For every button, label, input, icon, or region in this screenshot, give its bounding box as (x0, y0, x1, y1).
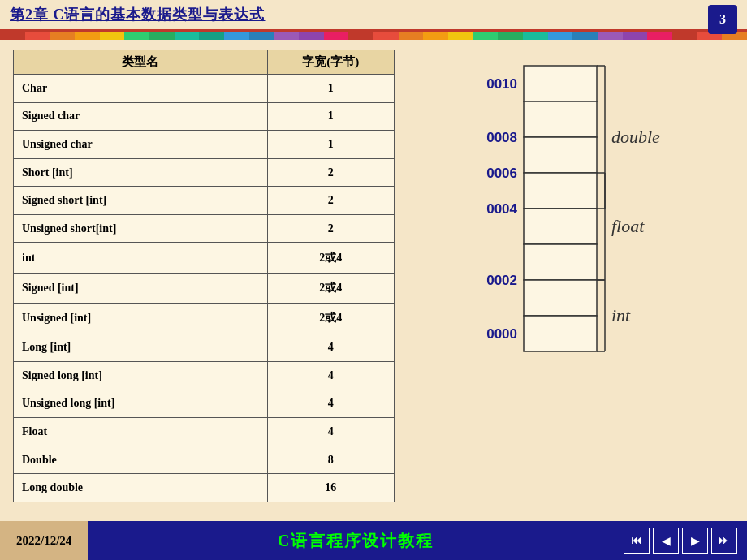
type-width-cell: 4 (267, 334, 394, 362)
bracket-label: float (611, 216, 645, 236)
deco-segment (75, 32, 100, 40)
type-name-cell: Unsigned short[int] (14, 214, 268, 243)
page-title: 第2章 C语言的基本数据类型与表达式 (10, 5, 266, 24)
type-width-cell: 1 (267, 131, 394, 159)
deco-segment (100, 32, 125, 40)
nav-last-button[interactable]: ⏭ (711, 528, 737, 554)
table-row: Float4 (14, 418, 395, 446)
deco-segment (249, 32, 274, 40)
table-row: Long [int]4 (14, 334, 395, 362)
memory-cell (524, 316, 597, 351)
type-name-cell: Signed [int] (14, 273, 268, 303)
deco-segment (548, 32, 573, 40)
deco-segment (149, 32, 175, 40)
data-table: 类型名 字宽(字节) Char1Signed char1Unsigned cha… (13, 50, 395, 502)
memory-cell (524, 66, 597, 101)
deco-segment (299, 32, 324, 40)
table-row: Long double16 (14, 474, 395, 502)
memory-cell (524, 280, 597, 316)
deco-segment (199, 32, 224, 40)
type-name-cell: Signed char (14, 102, 268, 131)
deco-segment (348, 32, 374, 40)
type-width-cell: 2 (267, 214, 394, 243)
deco-segment (374, 32, 399, 40)
table-row: Signed char1 (14, 102, 395, 131)
table-row: Unsigned [int]2或4 (14, 304, 395, 334)
type-width-cell: 2 (267, 158, 394, 187)
footer-date: 2022/12/24 (0, 521, 88, 560)
type-width-cell: 8 (267, 446, 394, 474)
deco-segment (423, 32, 448, 40)
deco-segment (598, 32, 623, 40)
footer-course-title: C语言程序设计教程 (88, 530, 624, 552)
type-width-cell: 16 (267, 474, 394, 502)
type-width-cell: 4 (267, 418, 394, 446)
address-label: 0006 (486, 166, 517, 181)
deco-segment (0, 32, 25, 40)
deco-segment (274, 32, 299, 40)
deco-segment (124, 32, 149, 40)
type-name-cell: Float (14, 418, 268, 446)
footer: 2022/12/24 C语言程序设计教程 ⏮ ◀ ▶ ⏭ (0, 521, 747, 560)
nav-prev-button[interactable]: ◀ (653, 528, 679, 554)
memory-diagram-svg: 001000080006000400020000doublefloatint (467, 58, 678, 480)
table-row: Char1 (14, 75, 395, 103)
type-width-cell: 4 (267, 362, 394, 390)
deco-segment (572, 32, 598, 40)
type-width-cell: 2或4 (267, 273, 394, 303)
table-row: Unsigned long [int]4 (14, 390, 395, 418)
bracket-label: double (611, 127, 660, 147)
table-row: Short [int]2 (14, 158, 395, 187)
type-width-cell: 2或4 (267, 304, 394, 334)
deco-segment (523, 32, 548, 40)
table-row: Unsigned char1 (14, 131, 395, 159)
table-row: Unsigned short[int]2 (14, 214, 395, 243)
deco-segment (672, 32, 697, 40)
deco-segment (647, 32, 672, 40)
table-row: Signed long [int]4 (14, 362, 395, 390)
type-width-cell: 1 (267, 102, 394, 131)
type-width-cell: 2 (267, 187, 394, 215)
deco-segment (623, 32, 648, 40)
deco-segment (448, 32, 473, 40)
type-name-cell: Long double (14, 474, 268, 502)
type-width-cell: 4 (267, 390, 394, 418)
deco-segment (50, 32, 75, 40)
type-name-cell: Unsigned [int] (14, 304, 268, 334)
type-name-cell: Unsigned char (14, 131, 268, 159)
table-row: Double8 (14, 446, 395, 474)
nav-first-button[interactable]: ⏮ (624, 528, 650, 554)
type-width-cell: 1 (267, 75, 394, 103)
type-width-cell: 2或4 (267, 243, 394, 273)
type-name-cell: Char (14, 75, 268, 103)
memory-cell (524, 101, 597, 137)
table-row: Signed short [int]2 (14, 187, 395, 215)
col-header-type: 类型名 (14, 50, 268, 75)
address-label: 0004 (486, 201, 517, 217)
memory-cell (524, 137, 597, 173)
memory-cell (524, 244, 597, 280)
deco-segment (473, 32, 499, 40)
deco-segment (498, 32, 523, 40)
col-header-width: 字宽(字节) (267, 50, 394, 75)
footer-nav: ⏮ ◀ ▶ ⏭ (624, 528, 747, 554)
deco-segment (25, 32, 50, 40)
page-badge: 3 (708, 5, 737, 34)
memory-cell (524, 209, 597, 244)
deco-segment (175, 32, 200, 40)
deco-segment (324, 32, 349, 40)
nav-next-button[interactable]: ▶ (682, 528, 708, 554)
main-content: 类型名 字宽(字节) Char1Signed char1Unsigned cha… (0, 40, 747, 512)
diagram-area: 001000080006000400020000doublefloatint (411, 50, 734, 502)
bracket-label: int (611, 305, 631, 325)
decorative-bar (0, 32, 747, 40)
type-name-cell: int (14, 243, 268, 273)
type-name-cell: Short [int] (14, 158, 268, 187)
address-label: 0008 (486, 130, 517, 145)
table-row: Signed [int]2或4 (14, 273, 395, 303)
deco-segment (399, 32, 424, 40)
type-name-cell: Double (14, 446, 268, 474)
table-row: int2或4 (14, 243, 395, 273)
type-name-cell: Signed short [int] (14, 187, 268, 215)
deco-segment (224, 32, 249, 40)
